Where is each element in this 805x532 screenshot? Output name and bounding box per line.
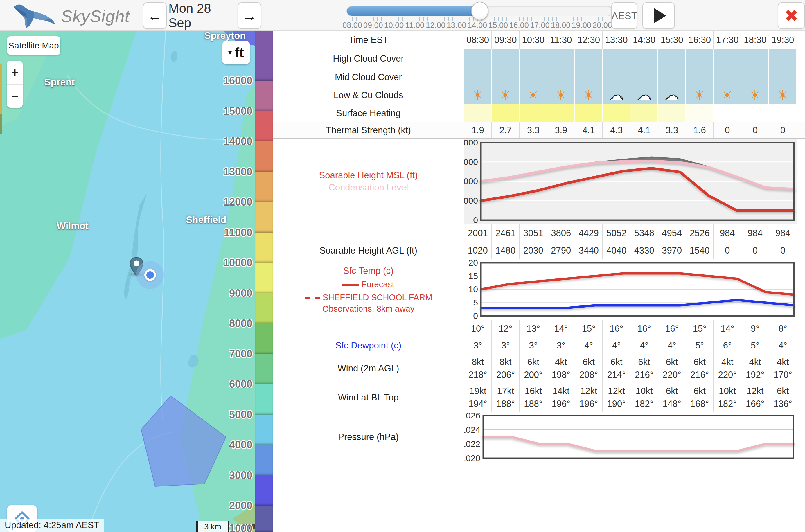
sun-icon: ☀: [583, 89, 594, 102]
unit-dropdown-button[interactable]: ▾ ft: [222, 41, 250, 64]
surface-heating-cell: [602, 104, 630, 122]
table-row-pressure-chart: Pressure (hPa) 1020102210241026: [273, 412, 805, 462]
thermal-value-cell: 4.1: [631, 122, 658, 138]
row-label-time: Time EST: [273, 31, 464, 49]
altitude-label: 1000: [229, 522, 252, 532]
chevron-down-icon: ▾: [228, 49, 232, 57]
close-panel-button[interactable]: ✖: [778, 2, 805, 29]
forecast-line-swatch: [342, 284, 359, 286]
slider-tick: [440, 17, 440, 21]
slider-tick: [544, 17, 544, 21]
dewpoint-cell: 6°: [713, 337, 741, 354]
sfc-temp-cell: 15°: [686, 320, 713, 337]
slider-tick: [540, 17, 540, 21]
date-label: Mon 28 Sep: [169, 0, 237, 31]
slider-tick: [410, 17, 411, 21]
slider-tick: [528, 17, 528, 21]
altitude-band: [255, 141, 273, 172]
town-label-spreyton: Spreyton: [204, 31, 246, 41]
row-label-mid-cloud: Mid Cloud Cover: [273, 68, 464, 86]
slider-tick: [594, 17, 594, 21]
altitude-label: 5000: [229, 408, 252, 421]
altitude-label: 14000: [223, 135, 252, 148]
slider-tick: [586, 17, 586, 21]
row-label-high-cloud: High Cloud Cover: [273, 50, 464, 68]
altitude-band: [255, 475, 273, 506]
svg-text:20: 20: [468, 259, 478, 267]
mid-cloud-cell: [492, 68, 519, 86]
wind-bl-cell: 6kt136°: [769, 383, 797, 412]
zoom-in-button[interactable]: +: [7, 61, 23, 84]
altitude-label: 11000: [224, 227, 252, 239]
slider-tick: [402, 17, 403, 21]
current-location-dot[interactable]: [144, 269, 156, 281]
slider-tick: [461, 17, 461, 21]
sun-icon: ☀: [749, 89, 761, 102]
table-row-sfc-temp-values: 10°12°13°14°15°16°16°16°15°14°9°8°: [273, 320, 805, 337]
wind-bl-cell: 14kt196°: [547, 383, 575, 412]
play-animation-button[interactable]: [643, 2, 675, 29]
mid-cloud-cell: [575, 68, 602, 86]
svg-text:2000: 2000: [464, 196, 478, 205]
row-label-wind-2m: Wind (2m AGL): [273, 354, 464, 383]
map-zoom-control: + −: [7, 61, 23, 108]
high-cloud-cell: [519, 50, 547, 68]
sfc-temp-cell: 9°: [742, 320, 769, 337]
altitude-label: 16000: [223, 75, 252, 87]
soarable-msl-cell: 2461: [492, 225, 519, 242]
dewpoint-cell: 3°: [492, 337, 519, 354]
row-label-wind-bl: Wind at BL Top: [273, 383, 464, 412]
zoom-out-button[interactable]: −: [7, 84, 23, 108]
wind-2m-cell: 6kt216°: [631, 354, 658, 383]
thermal-value-cell: 3.3: [658, 122, 686, 138]
high-cloud-cell: [631, 50, 658, 68]
row-label-soarable-msl: Soarable Height MSL (ft): [319, 169, 418, 182]
time-slider-thumb[interactable]: [471, 2, 488, 20]
table-row-mid-cloud: Mid Cloud Cover: [273, 68, 805, 86]
slider-tick: [490, 17, 491, 21]
table-row-high-cloud: High Cloud Cover: [273, 50, 805, 68]
svg-text:6000: 6000: [464, 157, 478, 167]
next-day-button[interactable]: →: [237, 2, 261, 29]
mid-cloud-cell: [464, 68, 492, 86]
altitude-band: [255, 263, 273, 293]
altitude-label: 8000: [229, 317, 252, 329]
timezone-button[interactable]: AEST: [611, 2, 637, 29]
sun-icon: ☀: [777, 89, 788, 102]
slider-tick: [561, 17, 561, 21]
low-cloud-cell: ☁: [631, 86, 658, 104]
high-cloud-cell: [547, 50, 575, 68]
slider-hour-label: 15:00: [488, 21, 508, 30]
soarable-msl-cell: 984: [742, 225, 769, 242]
left-arrow-icon: ←: [148, 7, 162, 24]
dewpoint-cell: 4°: [631, 337, 658, 354]
sfc-temp-cell: 16°: [658, 320, 686, 337]
slider-tick: [427, 17, 428, 21]
sfc-temp-cell: 15°: [575, 320, 602, 337]
sfc-temp-cell: 16°: [602, 320, 630, 337]
slider-tick: [536, 17, 536, 21]
prev-day-button[interactable]: ←: [143, 2, 167, 29]
dewpoint-cell: 4°: [769, 337, 797, 354]
row-label-soarable-agl: Soarable Height AGL (ft): [273, 242, 464, 259]
surface-heating-cell: [713, 104, 741, 122]
table-row-wind-2m: Wind (2m AGL) 8kt218°8kt206°6kt200°4kt19…: [273, 354, 805, 383]
svg-text:15: 15: [468, 271, 478, 281]
thermal-value-cell: 1.9: [464, 122, 492, 138]
high-cloud-cell: [602, 50, 630, 68]
satellite-map-button[interactable]: Satellite Map: [7, 36, 60, 55]
wind-2m-cell: 6kt208°: [575, 354, 602, 383]
map-canvas[interactable]: Spreyton Sprent Wilmot Sheffield Satelli…: [0, 31, 273, 532]
slider-tick: [415, 17, 415, 21]
slider-tick: [432, 17, 432, 21]
time-slider[interactable]: 08:0009:0010:0011:0012:0013:0014:0015:00…: [346, 0, 613, 31]
low-cloud-cell: ☀: [519, 86, 547, 104]
sun-icon: ☀: [472, 89, 483, 102]
table-row-soarable-chart: Soarable Height MSL (ft) Condensation Le…: [273, 138, 805, 224]
sfc-temp-cell: 13°: [519, 320, 547, 337]
slider-hour-label: 20:00: [592, 21, 612, 30]
altitude-label: 15000: [223, 105, 252, 117]
high-cloud-cell: [658, 50, 686, 68]
dewpoint-cell: 3°: [464, 337, 492, 354]
altitude-band: [255, 323, 273, 354]
